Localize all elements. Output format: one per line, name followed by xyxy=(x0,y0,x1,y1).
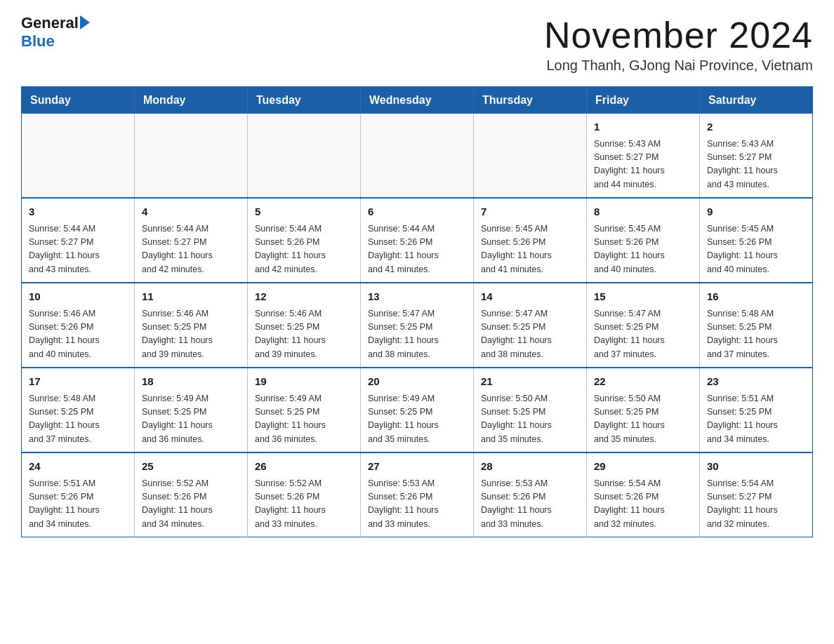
calendar-cell: 23Sunrise: 5:51 AM Sunset: 5:25 PM Dayli… xyxy=(700,368,813,452)
day-info: Sunrise: 5:43 AM Sunset: 5:27 PM Dayligh… xyxy=(594,137,692,192)
day-number: 2 xyxy=(707,119,805,135)
day-info: Sunrise: 5:53 AM Sunset: 5:26 PM Dayligh… xyxy=(481,477,579,532)
day-info: Sunrise: 5:50 AM Sunset: 5:25 PM Dayligh… xyxy=(594,392,692,447)
day-info: Sunrise: 5:48 AM Sunset: 5:25 PM Dayligh… xyxy=(29,392,127,447)
calendar-table: SundayMondayTuesdayWednesdayThursdayFrid… xyxy=(21,86,813,537)
day-info: Sunrise: 5:45 AM Sunset: 5:26 PM Dayligh… xyxy=(707,222,805,277)
day-number: 15 xyxy=(594,289,692,305)
day-info: Sunrise: 5:47 AM Sunset: 5:25 PM Dayligh… xyxy=(481,307,579,362)
day-number: 25 xyxy=(142,459,240,475)
calendar-week-row: 17Sunrise: 5:48 AM Sunset: 5:25 PM Dayli… xyxy=(22,368,813,452)
day-of-week-header: Thursday xyxy=(474,87,587,114)
day-of-week-header: Wednesday xyxy=(361,87,474,114)
day-number: 4 xyxy=(142,204,240,220)
calendar-cell: 8Sunrise: 5:45 AM Sunset: 5:26 PM Daylig… xyxy=(587,198,700,283)
day-info: Sunrise: 5:46 AM Sunset: 5:25 PM Dayligh… xyxy=(142,307,240,362)
calendar-cell: 28Sunrise: 5:53 AM Sunset: 5:26 PM Dayli… xyxy=(474,452,587,537)
day-info: Sunrise: 5:49 AM Sunset: 5:25 PM Dayligh… xyxy=(142,392,240,447)
page-header: General Blue November 2024 Long Thanh, G… xyxy=(21,14,813,74)
day-info: Sunrise: 5:46 AM Sunset: 5:25 PM Dayligh… xyxy=(255,307,353,362)
calendar-cell: 7Sunrise: 5:45 AM Sunset: 5:26 PM Daylig… xyxy=(474,198,587,283)
day-info: Sunrise: 5:52 AM Sunset: 5:26 PM Dayligh… xyxy=(255,477,353,532)
calendar-cell xyxy=(135,114,248,198)
calendar-cell: 29Sunrise: 5:54 AM Sunset: 5:26 PM Dayli… xyxy=(587,452,700,537)
day-number: 6 xyxy=(368,204,466,220)
calendar-cell: 11Sunrise: 5:46 AM Sunset: 5:25 PM Dayli… xyxy=(135,283,248,368)
calendar-cell: 10Sunrise: 5:46 AM Sunset: 5:26 PM Dayli… xyxy=(22,283,135,368)
calendar-cell: 26Sunrise: 5:52 AM Sunset: 5:26 PM Dayli… xyxy=(248,452,361,537)
calendar-cell: 6Sunrise: 5:44 AM Sunset: 5:26 PM Daylig… xyxy=(361,198,474,283)
calendar-cell: 25Sunrise: 5:52 AM Sunset: 5:26 PM Dayli… xyxy=(135,452,248,537)
day-number: 16 xyxy=(707,289,805,305)
calendar-cell xyxy=(474,114,587,198)
day-number: 28 xyxy=(481,459,579,475)
day-info: Sunrise: 5:47 AM Sunset: 5:25 PM Dayligh… xyxy=(594,307,692,362)
day-number: 19 xyxy=(255,374,353,390)
day-number: 12 xyxy=(255,289,353,305)
calendar-cell xyxy=(22,114,135,198)
calendar-cell: 1Sunrise: 5:43 AM Sunset: 5:27 PM Daylig… xyxy=(587,114,700,198)
day-number: 17 xyxy=(29,374,127,390)
logo-blue-text: Blue xyxy=(21,32,55,51)
day-of-week-header: Friday xyxy=(587,87,700,114)
calendar-cell: 21Sunrise: 5:50 AM Sunset: 5:25 PM Dayli… xyxy=(474,368,587,452)
calendar-cell: 30Sunrise: 5:54 AM Sunset: 5:27 PM Dayli… xyxy=(700,452,813,537)
logo[interactable]: General Blue xyxy=(21,14,90,51)
day-number: 26 xyxy=(255,459,353,475)
day-number: 14 xyxy=(481,289,579,305)
calendar-cell: 5Sunrise: 5:44 AM Sunset: 5:26 PM Daylig… xyxy=(248,198,361,283)
day-info: Sunrise: 5:50 AM Sunset: 5:25 PM Dayligh… xyxy=(481,392,579,447)
calendar-cell: 18Sunrise: 5:49 AM Sunset: 5:25 PM Dayli… xyxy=(135,368,248,452)
day-info: Sunrise: 5:49 AM Sunset: 5:25 PM Dayligh… xyxy=(255,392,353,447)
calendar-cell: 9Sunrise: 5:45 AM Sunset: 5:26 PM Daylig… xyxy=(700,198,813,283)
calendar-cell: 4Sunrise: 5:44 AM Sunset: 5:27 PM Daylig… xyxy=(135,198,248,283)
calendar-cell: 19Sunrise: 5:49 AM Sunset: 5:25 PM Dayli… xyxy=(248,368,361,452)
day-info: Sunrise: 5:47 AM Sunset: 5:25 PM Dayligh… xyxy=(368,307,466,362)
calendar-cell: 2Sunrise: 5:43 AM Sunset: 5:27 PM Daylig… xyxy=(700,114,813,198)
calendar-body: 1Sunrise: 5:43 AM Sunset: 5:27 PM Daylig… xyxy=(22,114,813,537)
day-number: 23 xyxy=(707,374,805,390)
day-of-week-header: Sunday xyxy=(22,87,135,114)
calendar-cell: 15Sunrise: 5:47 AM Sunset: 5:25 PM Dayli… xyxy=(587,283,700,368)
day-info: Sunrise: 5:49 AM Sunset: 5:25 PM Dayligh… xyxy=(368,392,466,447)
day-info: Sunrise: 5:48 AM Sunset: 5:25 PM Dayligh… xyxy=(707,307,805,362)
location-subtitle: Long Thanh, GJong Nai Province, Vietnam xyxy=(544,58,813,74)
calendar-cell xyxy=(361,114,474,198)
logo-arrow-icon xyxy=(80,15,90,29)
day-info: Sunrise: 5:54 AM Sunset: 5:27 PM Dayligh… xyxy=(707,477,805,532)
day-number: 21 xyxy=(481,374,579,390)
day-info: Sunrise: 5:51 AM Sunset: 5:26 PM Dayligh… xyxy=(29,477,127,532)
day-info: Sunrise: 5:53 AM Sunset: 5:26 PM Dayligh… xyxy=(368,477,466,532)
day-number: 10 xyxy=(29,289,127,305)
day-of-week-header: Saturday xyxy=(700,87,813,114)
day-info: Sunrise: 5:46 AM Sunset: 5:26 PM Dayligh… xyxy=(29,307,127,362)
calendar-cell: 22Sunrise: 5:50 AM Sunset: 5:25 PM Dayli… xyxy=(587,368,700,452)
logo-general-text: General xyxy=(21,14,79,32)
day-info: Sunrise: 5:45 AM Sunset: 5:26 PM Dayligh… xyxy=(594,222,692,277)
day-number: 27 xyxy=(368,459,466,475)
calendar-week-row: 3Sunrise: 5:44 AM Sunset: 5:27 PM Daylig… xyxy=(22,198,813,283)
calendar-cell: 3Sunrise: 5:44 AM Sunset: 5:27 PM Daylig… xyxy=(22,198,135,283)
day-number: 8 xyxy=(594,204,692,220)
day-info: Sunrise: 5:54 AM Sunset: 5:26 PM Dayligh… xyxy=(594,477,692,532)
calendar-cell: 12Sunrise: 5:46 AM Sunset: 5:25 PM Dayli… xyxy=(248,283,361,368)
calendar-cell: 13Sunrise: 5:47 AM Sunset: 5:25 PM Dayli… xyxy=(361,283,474,368)
day-number: 7 xyxy=(481,204,579,220)
calendar-header: SundayMondayTuesdayWednesdayThursdayFrid… xyxy=(22,87,813,114)
day-info: Sunrise: 5:43 AM Sunset: 5:27 PM Dayligh… xyxy=(707,137,805,192)
day-of-week-header: Tuesday xyxy=(248,87,361,114)
day-number: 5 xyxy=(255,204,353,220)
day-number: 1 xyxy=(594,119,692,135)
title-block: November 2024 Long Thanh, GJong Nai Prov… xyxy=(544,14,813,74)
day-number: 22 xyxy=(594,374,692,390)
day-info: Sunrise: 5:44 AM Sunset: 5:26 PM Dayligh… xyxy=(255,222,353,277)
day-number: 30 xyxy=(707,459,805,475)
day-number: 3 xyxy=(29,204,127,220)
calendar-cell: 17Sunrise: 5:48 AM Sunset: 5:25 PM Dayli… xyxy=(22,368,135,452)
day-info: Sunrise: 5:51 AM Sunset: 5:25 PM Dayligh… xyxy=(707,392,805,447)
calendar-cell: 16Sunrise: 5:48 AM Sunset: 5:25 PM Dayli… xyxy=(700,283,813,368)
day-info: Sunrise: 5:44 AM Sunset: 5:26 PM Dayligh… xyxy=(368,222,466,277)
calendar-week-row: 1Sunrise: 5:43 AM Sunset: 5:27 PM Daylig… xyxy=(22,114,813,198)
day-number: 20 xyxy=(368,374,466,390)
calendar-cell: 14Sunrise: 5:47 AM Sunset: 5:25 PM Dayli… xyxy=(474,283,587,368)
